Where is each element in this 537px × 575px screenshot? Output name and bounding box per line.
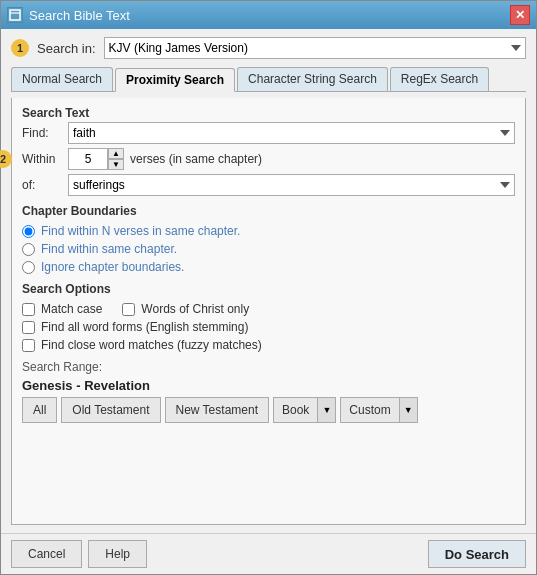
verses-input[interactable]: 5 [68, 148, 108, 170]
word-forms-label: Find all word forms (English stemming) [41, 320, 248, 334]
search-options-section: Search Options Match case Words of Chris… [22, 282, 515, 352]
chapter-boundaries-section: Chapter Boundaries Find within N verses … [22, 204, 515, 274]
tab-content: Search Text Find: faith 2 Within 5 ▲ [11, 98, 526, 525]
new-testament-button[interactable]: New Testament [165, 397, 269, 423]
book-button[interactable]: Book [274, 398, 317, 422]
search-range-label: Search Range: [22, 360, 515, 374]
radio-ignore-boundaries-input[interactable] [22, 261, 35, 274]
verses-label: verses (in same chapter) [130, 152, 262, 166]
words-of-christ-checkbox[interactable] [122, 303, 135, 316]
window-icon [7, 7, 23, 23]
of-row: of: sufferings [22, 174, 515, 196]
spinner-down[interactable]: ▼ [108, 159, 124, 170]
within-label: Within [22, 152, 62, 166]
search-text-label: Search Text [22, 106, 515, 120]
search-in-row: 1 Search in: KJV (King James Version) [11, 37, 526, 59]
cancel-button[interactable]: Cancel [11, 540, 82, 568]
close-button[interactable]: ✕ [510, 5, 530, 25]
verses-spinner: 5 ▲ ▼ [68, 148, 124, 170]
badge-2: 2 [0, 150, 12, 168]
search-range-section: Search Range: Genesis - Revelation All O… [22, 360, 515, 423]
content-area: 1 Search in: KJV (King James Version) No… [1, 29, 536, 533]
spinner-buttons: ▲ ▼ [108, 148, 124, 170]
word-forms-row: Find all word forms (English stemming) [22, 320, 515, 334]
do-search-button[interactable]: Do Search [428, 540, 526, 568]
all-button[interactable]: All [22, 397, 57, 423]
options-row-1: Match case Words of Christ only [22, 302, 515, 316]
search-options-label: Search Options [22, 282, 515, 296]
fuzzy-matches-row: Find close word matches (fuzzy matches) [22, 338, 515, 352]
radio-ignore-boundaries: Ignore chapter boundaries. [22, 260, 515, 274]
book-split-button: Book ▼ [273, 397, 336, 423]
fuzzy-matches-checkbox[interactable] [22, 339, 35, 352]
radio-n-verses: Find within N verses in same chapter. [22, 224, 515, 238]
radio-ignore-boundaries-label: Ignore chapter boundaries. [41, 260, 184, 274]
footer: Cancel Help Do Search [1, 533, 536, 574]
match-case-checkbox[interactable] [22, 303, 35, 316]
search-in-select[interactable]: KJV (King James Version) [104, 37, 526, 59]
match-case-row: Match case [22, 302, 102, 316]
footer-left: Cancel Help [11, 540, 147, 568]
old-testament-button[interactable]: Old Testament [61, 397, 160, 423]
title-bar-left: Search Bible Text [7, 7, 130, 23]
radio-same-chapter: Find within same chapter. [22, 242, 515, 256]
within-row: 2 Within 5 ▲ ▼ verses (in same chapter) [22, 148, 515, 170]
radio-n-verses-label: Find within N verses in same chapter. [41, 224, 240, 238]
main-window: Search Bible Text ✕ 1 Search in: KJV (Ki… [0, 0, 537, 575]
custom-split-button: Custom ▼ [340, 397, 417, 423]
tabs: Normal Search Proximity Search Character… [11, 67, 526, 92]
window-title: Search Bible Text [29, 8, 130, 23]
words-of-christ-row: Words of Christ only [122, 302, 249, 316]
radio-n-verses-input[interactable] [22, 225, 35, 238]
range-buttons: All Old Testament New Testament Book ▼ C… [22, 397, 515, 423]
tab-proximity-search[interactable]: Proximity Search [115, 68, 235, 92]
svg-rect-0 [10, 10, 20, 20]
custom-button[interactable]: Custom [341, 398, 398, 422]
tab-character-string[interactable]: Character String Search [237, 67, 388, 91]
match-case-label: Match case [41, 302, 102, 316]
spinner-up[interactable]: ▲ [108, 148, 124, 159]
help-button[interactable]: Help [88, 540, 147, 568]
word-forms-checkbox[interactable] [22, 321, 35, 334]
find-row: Find: faith [22, 122, 515, 144]
fuzzy-matches-label: Find close word matches (fuzzy matches) [41, 338, 262, 352]
title-bar: Search Bible Text ✕ [1, 1, 536, 29]
chapter-boundaries-label: Chapter Boundaries [22, 204, 515, 218]
search-in-label: Search in: [37, 41, 96, 56]
radio-same-chapter-label: Find within same chapter. [41, 242, 177, 256]
badge-1: 1 [11, 39, 29, 57]
tab-normal-search[interactable]: Normal Search [11, 67, 113, 91]
search-text-section: Search Text Find: faith 2 Within 5 ▲ [22, 106, 515, 196]
find-label: Find: [22, 126, 62, 140]
radio-same-chapter-input[interactable] [22, 243, 35, 256]
of-label: of: [22, 178, 62, 192]
words-of-christ-label: Words of Christ only [141, 302, 249, 316]
book-arrow[interactable]: ▼ [317, 398, 335, 422]
search-range-value: Genesis - Revelation [22, 378, 515, 393]
find-input[interactable]: faith [68, 122, 515, 144]
custom-arrow[interactable]: ▼ [399, 398, 417, 422]
of-input[interactable]: sufferings [68, 174, 515, 196]
tab-regex[interactable]: RegEx Search [390, 67, 489, 91]
